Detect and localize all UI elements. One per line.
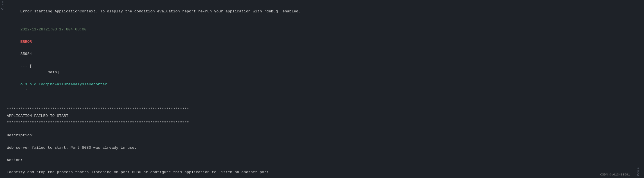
log-line-1: Error starting ApplicationContext. To di…	[7, 2, 629, 21]
log-error-label: ERROR	[21, 40, 32, 44]
log-space1	[21, 34, 23, 38]
watermark-label: CSDN @u013433591	[600, 173, 630, 176]
description-label: Description:	[7, 132, 629, 139]
blank-line-1	[7, 100, 629, 106]
app-failed-label: APPLICATION FAILED TO START	[7, 113, 629, 119]
blank-line-5	[7, 163, 629, 169]
log-pid: 35984	[21, 52, 32, 56]
asterisks-top: ****************************************…	[7, 106, 629, 113]
left-sidebar-label: Comm	[1, 1, 4, 10]
log-thread: main]	[21, 70, 59, 74]
log-space3	[21, 58, 23, 62]
content-area: Error starting ApplicationContext. To di…	[5, 0, 633, 178]
action-label: Action:	[7, 157, 629, 163]
log-timestamp: 2022-11-28T21:03:17.804+08:00	[21, 27, 87, 32]
blank-line-3	[7, 139, 629, 145]
left-sidebar: Comm	[0, 0, 5, 178]
error-context-text: Error starting ApplicationContext. To di…	[21, 9, 301, 14]
log-space2	[21, 46, 23, 50]
log-line-2: 2022-11-28T21:03:17.804+08:00 ERROR 3598…	[7, 21, 629, 100]
action-text: Identify and stop the process that's lis…	[7, 169, 629, 175]
log-space4	[21, 76, 23, 80]
blank-line-4	[7, 151, 629, 157]
description-text: Web server failed to start. Port 8080 wa…	[7, 145, 629, 151]
bookmarks-label: Comm	[637, 167, 640, 176]
asterisks-bottom: ****************************************…	[7, 119, 629, 126]
log-separator: --- [	[21, 64, 32, 68]
log-colon: :	[21, 88, 27, 92]
log-logger-name: o.s.b.d.LoggingFailureAnalysisReporter	[21, 82, 107, 86]
blank-line-2	[7, 126, 629, 132]
bookmarks-sidebar: Comm	[633, 0, 644, 178]
main-container: Comm Error starting ApplicationContext. …	[0, 0, 644, 178]
